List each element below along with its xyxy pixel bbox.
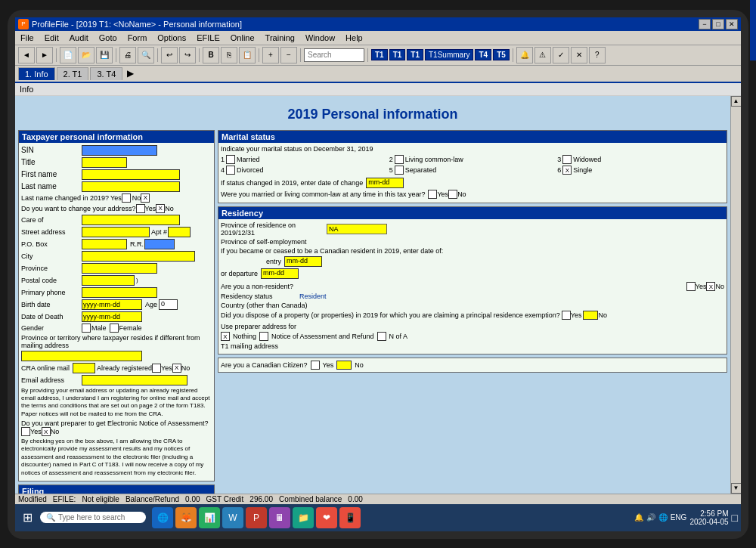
firstname-input[interactable] xyxy=(82,169,180,180)
maximize-button[interactable]: □ xyxy=(712,19,724,29)
menu-help[interactable]: Help xyxy=(343,33,365,43)
street-input[interactable] xyxy=(82,227,150,237)
forward-button[interactable]: ► xyxy=(36,47,53,63)
city-input[interactable] xyxy=(82,251,195,262)
t1summary-button[interactable]: T1Summary xyxy=(425,49,473,60)
lastname-changed-yes-cb[interactable] xyxy=(122,194,131,203)
citizen-yes-cb[interactable] xyxy=(311,361,320,370)
taskbar-icon-3[interactable]: 📊 xyxy=(199,507,220,528)
taskbar-icon-5[interactable]: P xyxy=(246,507,267,528)
taskbar-search-bar[interactable]: 🔍 Type here to search xyxy=(40,512,146,523)
t1-tab2[interactable]: T1 xyxy=(407,49,423,60)
undo-button[interactable]: ↩ xyxy=(161,47,178,63)
menu-file[interactable]: File xyxy=(18,33,36,43)
tab-info[interactable]: 1. Info xyxy=(18,67,55,80)
non-res-no-cb[interactable] xyxy=(706,282,715,291)
menu-online[interactable]: Online xyxy=(228,33,257,43)
t1-tab1[interactable]: T1 xyxy=(389,49,406,60)
citizen-no-input[interactable] xyxy=(336,361,352,370)
common-law-cb[interactable] xyxy=(395,155,404,164)
phone-input[interactable] xyxy=(82,287,157,298)
print-button[interactable]: 🖨 xyxy=(119,47,136,63)
status-change-date-input[interactable]: mm-dd xyxy=(366,178,404,188)
nothing-cb[interactable] xyxy=(221,332,230,341)
notice-cb[interactable] xyxy=(259,332,268,341)
cra-email-input[interactable] xyxy=(73,363,95,373)
postal-input[interactable] xyxy=(82,275,135,286)
principal-no-input[interactable] xyxy=(583,311,598,320)
cra-no-cb[interactable] xyxy=(172,364,181,373)
tab-arrow[interactable]: ▶ xyxy=(127,68,134,79)
change-addr-cb[interactable] xyxy=(136,204,145,213)
taskbar-icon-7[interactable]: 📁 xyxy=(293,507,314,528)
principal-yes-cb[interactable] xyxy=(562,311,571,320)
change-addr-no-cb[interactable] xyxy=(156,204,165,213)
province-residence-input[interactable] xyxy=(327,224,387,234)
close-button[interactable]: ✕ xyxy=(726,19,738,29)
gender-male-cb[interactable] xyxy=(82,324,91,333)
apt-input[interactable] xyxy=(168,227,191,237)
zoom-in-button[interactable]: + xyxy=(262,47,279,63)
minimize-button[interactable]: − xyxy=(699,19,711,29)
single-cb[interactable] xyxy=(562,166,572,175)
menu-efile[interactable]: EFILE xyxy=(194,33,222,43)
taskbar-icon-9[interactable]: 📱 xyxy=(339,507,361,528)
rr-input[interactable] xyxy=(144,239,175,249)
menu-training[interactable]: Training xyxy=(263,33,297,43)
separated-cb[interactable] xyxy=(395,166,404,175)
lastname-input[interactable] xyxy=(82,181,180,192)
lastname-changed-no-cb[interactable] xyxy=(141,194,150,203)
menu-form[interactable]: Form xyxy=(125,33,150,43)
noa-cb[interactable] xyxy=(377,332,386,341)
cra-yes-cb[interactable] xyxy=(152,364,161,373)
entry-date-input[interactable]: mm-dd xyxy=(284,256,322,267)
search-input[interactable] xyxy=(304,48,364,62)
scroll-up-button[interactable]: ▲ xyxy=(731,96,742,107)
widowed-cb[interactable] xyxy=(562,155,572,164)
back-button[interactable]: ◄ xyxy=(18,47,35,63)
tab-t1[interactable]: 2. T1 xyxy=(57,67,89,80)
married-ever-no-cb[interactable] xyxy=(448,190,457,199)
married-cb[interactable] xyxy=(226,155,235,164)
epoa-yes-cb[interactable] xyxy=(21,427,30,436)
death-input[interactable]: yyyy-mm-dd xyxy=(82,311,142,322)
taskbar-icon-2[interactable]: 🦊 xyxy=(175,507,197,528)
taskbar-icon-4[interactable]: W xyxy=(222,507,243,528)
t4-button[interactable]: T4 xyxy=(475,49,491,60)
paste-button[interactable]: 📋 xyxy=(239,47,256,63)
tab-t4[interactable]: 3. T4 xyxy=(90,67,122,80)
taskbar-icon-8[interactable]: ❤ xyxy=(316,507,337,528)
scroll-track[interactable] xyxy=(731,107,741,483)
action-center-icon[interactable]: □ xyxy=(732,512,738,524)
birthdate-input[interactable]: yyyy-mm-dd xyxy=(82,299,142,310)
care-of-input[interactable] xyxy=(82,215,180,225)
departure-date-input[interactable]: mm-dd xyxy=(261,268,299,279)
menu-options[interactable]: Options xyxy=(155,33,188,43)
start-button[interactable]: ⊞ xyxy=(18,509,37,526)
preview-button[interactable]: 🔍 xyxy=(138,47,154,63)
taskbar-icon-6[interactable]: 🖩 xyxy=(269,507,290,528)
epoa-no-cb[interactable] xyxy=(42,427,51,436)
title-input[interactable] xyxy=(82,157,127,168)
scrollbar[interactable]: ▲ ▼ xyxy=(730,96,741,494)
bold-button[interactable]: B xyxy=(203,47,219,63)
divorced-cb[interactable] xyxy=(226,166,235,175)
province-input[interactable] xyxy=(82,263,157,274)
gender-female-cb[interactable] xyxy=(110,324,119,333)
menu-goto[interactable]: Goto xyxy=(97,33,119,43)
save-button[interactable]: 💾 xyxy=(96,47,113,63)
zoom-out-button[interactable]: − xyxy=(280,47,297,63)
non-res-yes-cb[interactable] xyxy=(686,282,696,291)
menu-window[interactable]: Window xyxy=(303,33,337,43)
t5-button[interactable]: T5 xyxy=(493,49,510,60)
email-input[interactable] xyxy=(82,375,187,385)
t1-button[interactable]: T1 xyxy=(371,49,388,60)
married-ever-yes-cb[interactable] xyxy=(428,190,437,199)
po-box-input[interactable] xyxy=(82,239,127,249)
menu-audit[interactable]: Audit xyxy=(67,33,91,43)
redo-button[interactable]: ↪ xyxy=(179,47,196,63)
sin-input[interactable] xyxy=(82,145,157,156)
menu-edit[interactable]: Edit xyxy=(42,33,61,43)
scroll-down-button[interactable]: ▼ xyxy=(731,483,742,494)
taskbar-icon-1[interactable]: 🌐 xyxy=(152,507,173,528)
